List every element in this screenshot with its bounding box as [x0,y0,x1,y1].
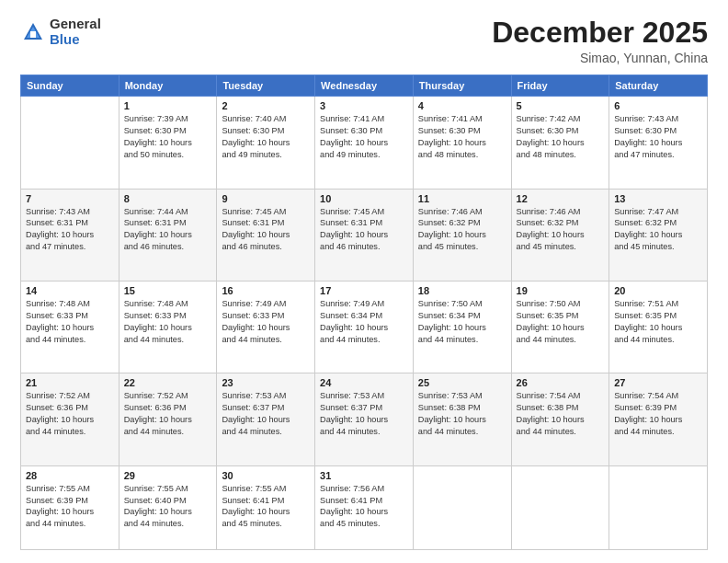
table-row: 10Sunrise: 7:45 AMSunset: 6:31 PMDayligh… [315,189,414,281]
day-info: Sunrise: 7:40 AMSunset: 6:30 PMDaylight:… [222,113,310,161]
day-info: Sunrise: 7:53 AMSunset: 6:37 PMDaylight:… [320,390,408,438]
day-number: 5 [517,100,605,111]
day-info: Sunrise: 7:41 AMSunset: 6:30 PMDaylight:… [320,113,408,161]
day-info: Sunrise: 7:53 AMSunset: 6:38 PMDaylight:… [418,390,506,438]
table-row: 17Sunrise: 7:49 AMSunset: 6:34 PMDayligh… [315,281,414,373]
day-info: Sunrise: 7:41 AMSunset: 6:30 PMDaylight:… [418,113,506,161]
day-number: 19 [517,285,605,296]
day-number: 10 [320,193,408,204]
day-number: 6 [614,100,702,111]
day-number: 15 [124,285,212,296]
table-row: 25Sunrise: 7:53 AMSunset: 6:38 PMDayligh… [413,373,511,465]
title-block: December 2025 Simao, Yunnan, China [492,17,708,65]
day-number: 22 [124,377,212,388]
day-info: Sunrise: 7:48 AMSunset: 6:33 PMDaylight:… [26,298,114,346]
table-row: 18Sunrise: 7:50 AMSunset: 6:34 PMDayligh… [413,281,511,373]
table-row: 5Sunrise: 7:42 AMSunset: 6:30 PMDaylight… [511,97,609,189]
logo-general: General [50,17,101,32]
day-info: Sunrise: 7:45 AMSunset: 6:31 PMDaylight:… [320,206,408,254]
col-friday: Friday [511,75,609,97]
table-row: 28Sunrise: 7:55 AMSunset: 6:39 PMDayligh… [21,465,119,549]
table-row: 31Sunrise: 7:56 AMSunset: 6:41 PMDayligh… [315,465,414,549]
day-number: 27 [614,377,702,388]
day-info: Sunrise: 7:56 AMSunset: 6:41 PMDaylight:… [320,483,408,531]
table-row: 24Sunrise: 7:53 AMSunset: 6:37 PMDayligh… [315,373,414,465]
day-info: Sunrise: 7:47 AMSunset: 6:32 PMDaylight:… [614,206,702,254]
subtitle: Simao, Yunnan, China [492,51,708,65]
col-tuesday: Tuesday [217,75,315,97]
table-row: 3Sunrise: 7:41 AMSunset: 6:30 PMDaylight… [315,97,414,189]
day-info: Sunrise: 7:54 AMSunset: 6:38 PMDaylight:… [517,390,605,438]
table-row: 21Sunrise: 7:52 AMSunset: 6:36 PMDayligh… [21,373,119,465]
day-number: 26 [517,377,605,388]
logo: General Blue [20,17,101,47]
day-number: 3 [320,100,408,111]
day-info: Sunrise: 7:53 AMSunset: 6:37 PMDaylight:… [222,390,310,438]
day-info: Sunrise: 7:55 AMSunset: 6:39 PMDaylight:… [26,483,114,531]
calendar-table: Sunday Monday Tuesday Wednesday Thursday… [20,75,708,550]
day-info: Sunrise: 7:48 AMSunset: 6:33 PMDaylight:… [124,298,212,346]
col-saturday: Saturday [609,75,708,97]
day-info: Sunrise: 7:50 AMSunset: 6:35 PMDaylight:… [517,298,605,346]
calendar-header-row: Sunday Monday Tuesday Wednesday Thursday… [21,75,708,97]
table-row [413,465,511,549]
calendar-week-row: 28Sunrise: 7:55 AMSunset: 6:39 PMDayligh… [21,465,708,549]
day-info: Sunrise: 7:43 AMSunset: 6:30 PMDaylight:… [614,113,702,161]
day-info: Sunrise: 7:54 AMSunset: 6:39 PMDaylight:… [614,390,702,438]
col-wednesday: Wednesday [315,75,414,97]
day-number: 20 [614,285,702,296]
calendar-week-row: 14Sunrise: 7:48 AMSunset: 6:33 PMDayligh… [21,281,708,373]
day-number: 28 [26,470,114,481]
day-number: 14 [26,285,114,296]
day-info: Sunrise: 7:49 AMSunset: 6:33 PMDaylight:… [222,298,310,346]
day-number: 23 [222,377,310,388]
col-monday: Monday [119,75,217,97]
day-info: Sunrise: 7:46 AMSunset: 6:32 PMDaylight:… [418,206,506,254]
table-row: 7Sunrise: 7:43 AMSunset: 6:31 PMDaylight… [21,189,119,281]
day-info: Sunrise: 7:45 AMSunset: 6:31 PMDaylight:… [222,206,310,254]
month-title: December 2025 [492,17,708,49]
day-info: Sunrise: 7:46 AMSunset: 6:32 PMDaylight:… [517,206,605,254]
table-row: 9Sunrise: 7:45 AMSunset: 6:31 PMDaylight… [217,189,315,281]
day-number: 4 [418,100,506,111]
table-row: 23Sunrise: 7:53 AMSunset: 6:37 PMDayligh… [217,373,315,465]
logo-text: General Blue [50,17,101,47]
day-info: Sunrise: 7:52 AMSunset: 6:36 PMDaylight:… [124,390,212,438]
col-sunday: Sunday [21,75,119,97]
day-number: 9 [222,193,310,204]
table-row [21,97,119,189]
table-row: 14Sunrise: 7:48 AMSunset: 6:33 PMDayligh… [21,281,119,373]
day-info: Sunrise: 7:55 AMSunset: 6:41 PMDaylight:… [222,483,310,531]
day-info: Sunrise: 7:49 AMSunset: 6:34 PMDaylight:… [320,298,408,346]
day-info: Sunrise: 7:51 AMSunset: 6:35 PMDaylight:… [614,298,702,346]
day-number: 16 [222,285,310,296]
table-row: 11Sunrise: 7:46 AMSunset: 6:32 PMDayligh… [413,189,511,281]
day-number: 31 [320,470,408,481]
table-row: 26Sunrise: 7:54 AMSunset: 6:38 PMDayligh… [511,373,609,465]
day-info: Sunrise: 7:42 AMSunset: 6:30 PMDaylight:… [517,113,605,161]
table-row: 2Sunrise: 7:40 AMSunset: 6:30 PMDaylight… [217,97,315,189]
table-row: 19Sunrise: 7:50 AMSunset: 6:35 PMDayligh… [511,281,609,373]
day-info: Sunrise: 7:50 AMSunset: 6:34 PMDaylight:… [418,298,506,346]
table-row: 29Sunrise: 7:55 AMSunset: 6:40 PMDayligh… [119,465,217,549]
logo-blue: Blue [50,32,101,48]
day-number: 12 [517,193,605,204]
table-row: 1Sunrise: 7:39 AMSunset: 6:30 PMDaylight… [119,97,217,189]
table-row: 30Sunrise: 7:55 AMSunset: 6:41 PMDayligh… [217,465,315,549]
day-number: 1 [124,100,212,111]
header: General Blue December 2025 Simao, Yunnan… [20,17,708,65]
table-row: 12Sunrise: 7:46 AMSunset: 6:32 PMDayligh… [511,189,609,281]
day-number: 30 [222,470,310,481]
table-row: 15Sunrise: 7:48 AMSunset: 6:33 PMDayligh… [119,281,217,373]
col-thursday: Thursday [413,75,511,97]
day-number: 2 [222,100,310,111]
day-number: 13 [614,193,702,204]
table-row: 27Sunrise: 7:54 AMSunset: 6:39 PMDayligh… [609,373,708,465]
day-info: Sunrise: 7:43 AMSunset: 6:31 PMDaylight:… [26,206,114,254]
day-info: Sunrise: 7:39 AMSunset: 6:30 PMDaylight:… [124,113,212,161]
table-row [511,465,609,549]
day-number: 25 [418,377,506,388]
calendar-week-row: 21Sunrise: 7:52 AMSunset: 6:36 PMDayligh… [21,373,708,465]
table-row [609,465,708,549]
table-row: 8Sunrise: 7:44 AMSunset: 6:31 PMDaylight… [119,189,217,281]
